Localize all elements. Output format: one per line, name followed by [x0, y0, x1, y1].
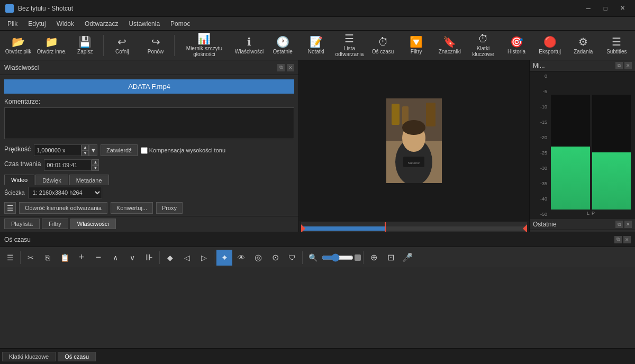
recent-button[interactable]: 🕐 Ostatnie	[267, 32, 299, 59]
export-button[interactable]: 🔴 Eksportuj	[534, 32, 566, 59]
undo-button[interactable]: ↩ Cofnij	[106, 32, 138, 59]
close-button[interactable]: ✕	[615, 3, 630, 14]
properties-button[interactable]: ℹ Właściwości	[233, 32, 265, 59]
speed-input[interactable]	[34, 144, 81, 156]
tab-dzwiek[interactable]: Dźwięk	[35, 175, 68, 185]
meter-header: Mi... ⧉ ✕	[530, 60, 635, 71]
proxy-btn[interactable]: Proxy	[156, 202, 183, 214]
app-icon	[5, 4, 14, 13]
duration-input[interactable]	[44, 159, 92, 171]
os-ripple2-btn[interactable]: ⊙	[267, 250, 283, 266]
os-frame-btn[interactable]: ⊡	[383, 250, 398, 266]
os-add-btn[interactable]: +	[74, 250, 89, 266]
bottom-tab-playlista[interactable]: Playlista	[4, 219, 40, 229]
menu-widok[interactable]: Widok	[51, 17, 79, 30]
meter-body: 0 -5 -10 -15 -20 -25 -30 -35 -40 -50	[530, 71, 635, 219]
jobs-button[interactable]: ⚙ Zadania	[567, 32, 600, 59]
minimize-button[interactable]: ─	[581, 3, 596, 14]
os-remove-btn[interactable]: −	[90, 250, 106, 266]
window-title: Bez tytułu - Shotcut	[18, 5, 577, 12]
open-file-button[interactable]: 📂 Otwórz plik	[2, 32, 34, 59]
tab-wideo[interactable]: Wideo	[4, 175, 34, 185]
os-zoom-slider[interactable]	[322, 253, 353, 262]
history-button[interactable]: 🎯 Historia	[500, 32, 532, 59]
pitch-checkbox[interactable]	[141, 147, 148, 154]
svg-rect-2	[392, 104, 400, 125]
os-mic-btn[interactable]: 🎤	[400, 250, 415, 266]
maximize-button[interactable]: □	[598, 3, 613, 14]
os-scrub-btn[interactable]: 👁	[233, 250, 249, 266]
os-hamburger-btn[interactable]: ☰	[2, 250, 18, 266]
os-marker-btn[interactable]: ◆	[162, 250, 178, 266]
convert-btn[interactable]: Konwertuj...	[111, 202, 153, 214]
os-snap-btn[interactable]: ⌖	[216, 250, 232, 266]
duration-spinbox-up[interactable]: ▲	[92, 159, 99, 165]
os-zoom-fit-btn[interactable]: ⊕	[366, 250, 382, 266]
panel-float-btn[interactable]: ⧉	[277, 64, 285, 71]
bottom-tab-filtry[interactable]: Filtry	[42, 219, 68, 229]
os-toolbar: ☰ ✂ ⎘ 📋 + − ∧ ∨ ⊪ ◆ ◁ ▷ ⌖ 👁 ◎ ⊙ 🛡 🔍 ⊕ ⊡ …	[0, 247, 635, 268]
timeline-button[interactable]: ⏱ Oś czasu	[367, 32, 399, 59]
os-prev-btn[interactable]: ◁	[179, 250, 195, 266]
meter-close-btn[interactable]: ✕	[624, 62, 632, 69]
bottom-tab-wlasciwosci[interactable]: Właściwości	[70, 219, 116, 229]
panel-close-btn[interactable]: ✕	[287, 64, 294, 71]
menu-ustawienia[interactable]: Ustawienia	[123, 17, 165, 30]
spinbox-up[interactable]: ▲	[81, 144, 89, 150]
toolbar: 📂 Otwórz plik 📁 Otwórz inne. 💾 Zapisz ↩ …	[0, 31, 635, 60]
meter-icon: 📊	[197, 33, 211, 44]
meter-button[interactable]: 📊 Miernik szczytu głośności	[177, 32, 232, 59]
reverse-btn[interactable]: Odwróć kierunek odtwarzania	[19, 202, 107, 214]
menu-odtwarzacz[interactable]: Odtwarzacz	[79, 17, 123, 30]
keyframes-button[interactable]: ⏱ Klatki kluczowe	[467, 32, 499, 59]
duration-spinbox-down[interactable]: ▼	[92, 165, 99, 171]
os-split-btn[interactable]: ⊪	[141, 250, 157, 266]
open-other-button[interactable]: 📁 Otwórz inne.	[35, 32, 68, 59]
footer-tab-klatki[interactable]: Klatki kluczowe	[2, 352, 56, 361]
recent-close-btn[interactable]: ✕	[624, 221, 632, 228]
os-ripple-btn[interactable]: ◎	[250, 250, 266, 266]
subtitles-button[interactable]: ☰ Subtitles	[601, 32, 633, 59]
menu-edytuj[interactable]: Edytuj	[23, 17, 51, 30]
recent-float-btn[interactable]: ⧉	[615, 221, 623, 228]
os-lock-btn[interactable]: 🛡	[284, 250, 300, 266]
os-close-btn[interactable]: ✕	[623, 236, 631, 243]
properties-icon: ℹ	[247, 37, 251, 47]
titlebar: Bez tytułu - Shotcut ─ □ ✕	[0, 0, 635, 17]
playlist-button[interactable]: ☰ Lista odtwarzania	[333, 32, 366, 59]
redo-button[interactable]: ↪ Ponów	[139, 32, 171, 59]
os-next-btn[interactable]: ▷	[196, 250, 212, 266]
jobs-label: Zadania	[574, 49, 593, 54]
meter-bar-l-green	[551, 147, 590, 210]
svg-rect-4	[426, 103, 436, 126]
speed-dropdown-btn[interactable]: ▼	[89, 144, 97, 156]
export-label: Eksportuj	[539, 49, 561, 54]
os-down-btn[interactable]: ∨	[124, 250, 140, 266]
meter-label-r: P	[592, 210, 595, 217]
notes-button[interactable]: 📝 Notatki	[300, 32, 332, 59]
os-copy-btn[interactable]: ⎘	[40, 250, 56, 266]
track-select[interactable]: 1: 2160x3840 h264	[28, 187, 102, 198]
comments-input[interactable]	[4, 107, 294, 139]
confirm-btn[interactable]: Zatwierdź	[101, 144, 138, 156]
os-zoom-out-btn[interactable]: 🔍	[305, 250, 321, 266]
footer-tab-os[interactable]: Oś czasu	[58, 352, 96, 361]
action-menu-btn[interactable]: ☰	[4, 202, 16, 214]
os-cut-btn[interactable]: ✂	[23, 250, 39, 266]
os-float-btn[interactable]: ⧉	[614, 236, 622, 243]
spinbox-down[interactable]: ▼	[81, 150, 89, 156]
meter-bars-inner	[551, 74, 631, 210]
os-sep-2	[159, 251, 160, 264]
menu-plik[interactable]: Plik	[2, 17, 23, 30]
tab-metadane[interactable]: Metadane	[69, 175, 109, 185]
os-up-btn[interactable]: ∧	[107, 250, 123, 266]
export-icon: 🔴	[543, 37, 557, 47]
meter-float-btn[interactable]: ⧉	[615, 62, 623, 69]
markers-button[interactable]: 🔖 Znaczniki	[433, 32, 466, 59]
os-paste-btn[interactable]: 📋	[57, 250, 72, 266]
menu-pomoc[interactable]: Pomoc	[165, 17, 195, 30]
open-file-label: Otwórz plik	[5, 49, 31, 54]
save-button[interactable]: 💾 Zapisz	[69, 32, 101, 59]
bottom-tabs: Playlista Filtry Właściwości	[0, 216, 298, 231]
filters-button[interactable]: 🔽 Filtry	[400, 32, 432, 59]
